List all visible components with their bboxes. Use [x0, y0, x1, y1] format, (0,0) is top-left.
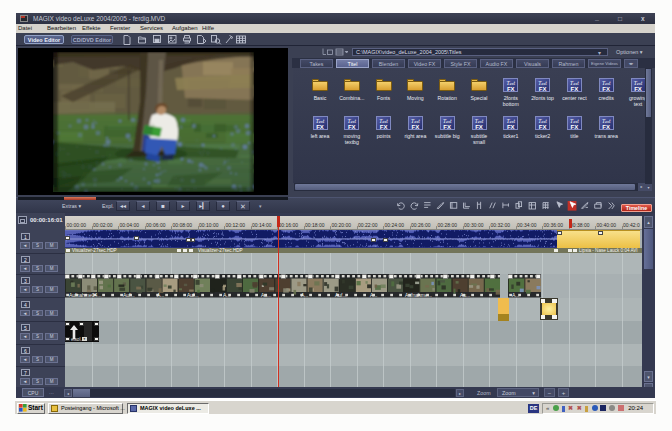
- svg-text:Au...: Au...: [460, 292, 470, 298]
- svg-text:Aufnahme...: Aufnahme...: [405, 292, 432, 298]
- svg-text:Auf...: Auf...: [123, 292, 135, 298]
- svg-text:Auf...: Auf...: [335, 292, 347, 298]
- svg-text:A...: A...: [223, 292, 231, 298]
- svg-text:A...: A...: [512, 292, 520, 298]
- svg-text:Au...: Au...: [261, 292, 271, 298]
- svg-text:Aufnahme04...: Aufnahme04...: [69, 292, 102, 298]
- svg-text:A...: A...: [157, 292, 165, 298]
- svg-text:Auf...: Auf...: [187, 292, 199, 298]
- svg-text:A...: A...: [301, 292, 309, 298]
- svg-text:A...: A...: [370, 292, 378, 298]
